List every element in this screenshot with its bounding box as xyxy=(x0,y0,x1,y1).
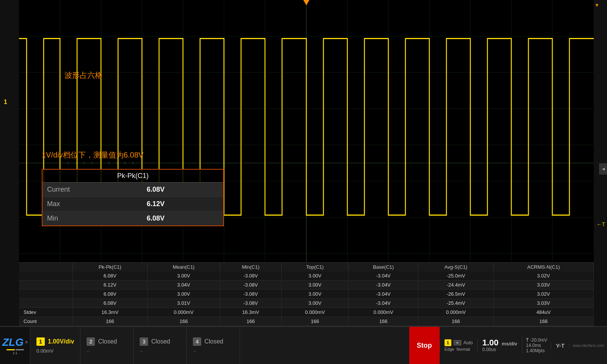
measurement-current-row: Current 6.08V xyxy=(43,183,223,197)
max-value: 6.12V xyxy=(88,197,223,211)
timebase-unit: ms/div xyxy=(501,341,517,347)
row2-min: -3.08V xyxy=(220,280,281,290)
row4-min: -3.08V xyxy=(220,299,281,308)
channel-2-badge: 2 xyxy=(87,337,95,346)
table-row: 6.08V 3.00V -3.08V 3.00V -3.04V -26.5mV … xyxy=(19,290,594,299)
row4-avgs: -25.4mV xyxy=(418,299,493,308)
watermark-text: www.elecfans.com xyxy=(572,344,604,348)
trigger-icon: ≡ xyxy=(454,340,461,345)
stdev-row: Stdev 16.3mV 0.000mV 16.3mV 0.000mV 0.00… xyxy=(19,308,594,317)
channel-3-dash: -- xyxy=(140,348,180,354)
count-4: 166 xyxy=(281,317,348,326)
row3-base: -3.04V xyxy=(348,290,418,299)
row2-pkpk: 6.12V xyxy=(73,280,147,290)
channel-2-block[interactable]: 2 Closed -- xyxy=(80,327,134,364)
table-row: 6.08V 3.01V -3.08V 3.00V -3.04V -25.4mV … xyxy=(19,299,594,308)
min-value: 6.08V xyxy=(88,211,223,225)
stdev-mean: 0.000mV xyxy=(147,308,220,317)
measurement-overlay-box: Pk-Pk(C1) Current 6.08V Max 6.12V Min 6.… xyxy=(42,169,224,226)
count-5: 166 xyxy=(348,317,418,326)
measurement-min-row: Min 6.08V xyxy=(43,211,223,225)
horizontal-info-block: T -20.0mV 14.0ms 1.40Mpts xyxy=(522,337,551,353)
col-header-acrms: ACRMS-N(C1) xyxy=(493,263,593,271)
annotation-waveform-six-grid: 波形占六格 xyxy=(65,70,102,80)
row1-min: -3.08V xyxy=(220,271,281,280)
timebase-value: 1.00 ms/div xyxy=(482,339,517,347)
channel-1-badge: 1 xyxy=(36,337,45,346)
trigger-block: 1 ≡ Auto Edge Normal xyxy=(440,339,478,351)
trigger-channel-badge: 1 xyxy=(445,339,451,346)
timebase-delay: 0.00us xyxy=(482,347,496,352)
row1-pkpk: 6.08V xyxy=(73,271,147,280)
measurement-table-area: Pk-Pk(C1) Mean(C1) Min(C1) Top(C1) Base(… xyxy=(19,262,594,326)
table-row: 6.12V 3.04V -3.08V 3.00V -3.04V -24.4mV … xyxy=(19,280,594,290)
row4-mean: 3.01V xyxy=(147,299,220,308)
col-header-min: Min(C1) xyxy=(220,263,281,271)
count-3: 166 xyxy=(220,317,281,326)
count-2: 166 xyxy=(147,317,220,326)
max-label: Max xyxy=(43,197,88,211)
top-trigger-marker: ▼ xyxy=(594,2,599,8)
control-bar: ZLG ® 1:1 1 1.00V/div 0.00mV 2 Closed --… xyxy=(0,326,607,364)
row4-top: 3.00V xyxy=(281,299,348,308)
row3-top: 3.00V xyxy=(281,290,348,299)
col-header-avgs: Avg-S(C1) xyxy=(418,263,493,271)
channel-4-block[interactable]: 4 Closed -- xyxy=(187,327,240,364)
current-label: Current xyxy=(43,183,88,197)
measurement-max-row: Max 6.12V xyxy=(43,197,223,211)
channel-3-block[interactable]: 3 Closed -- xyxy=(134,327,187,364)
row3-min: -3.08V xyxy=(220,290,281,299)
row2-mean: 3.04V xyxy=(147,280,220,290)
count-6: 166 xyxy=(418,317,493,326)
h-T-value: -20.0mV xyxy=(530,337,547,343)
yt-mode-block: Y-T xyxy=(551,342,569,349)
logo-text: ZLG xyxy=(2,336,24,348)
stdev-v6: 0.000mV xyxy=(418,308,493,317)
channel-1-vdiv: 1.00V/div xyxy=(48,338,74,345)
oscilloscope-display: 1 xyxy=(0,0,607,326)
channel-4-badge: 4 xyxy=(193,337,201,346)
row4-base: -3.04V xyxy=(348,299,418,308)
left-margin: 1 xyxy=(0,0,19,326)
row1-acrms: 3.02V xyxy=(493,271,593,280)
row1-label xyxy=(19,271,73,280)
h-val2: 14.0ms xyxy=(526,343,541,348)
col-header-empty xyxy=(19,263,73,271)
col-header-pkpk: Pk-Pk(C1) xyxy=(73,263,147,271)
row2-base: -3.04V xyxy=(348,280,418,290)
stdev-v5: 0.000mV xyxy=(348,308,418,317)
row1-mean: 3.00V xyxy=(147,271,220,280)
trigger-slope: Normal xyxy=(456,347,470,351)
logo-reg: ® xyxy=(25,340,28,344)
stdev-v4: 0.000mV xyxy=(281,308,348,317)
right-margin: ▼ ◄ ←T xyxy=(594,0,607,326)
table-row: 6.08V 3.00V -3.08V 3.00V -3.04V -25.0mV … xyxy=(19,271,594,280)
scroll-button[interactable]: ◄ xyxy=(599,163,607,175)
channel-2-closed-label: Closed xyxy=(98,338,117,345)
trigger-mode: Auto xyxy=(464,340,473,345)
scope-waveform-area: 波形占六格 1V/div档位下，测量值为6.08V Pk-Pk(C1) Curr… xyxy=(19,0,594,326)
row2-top: 3.00V xyxy=(281,280,348,290)
stdev-min: 16.3mV xyxy=(220,308,281,317)
measurement-overlay-header: Pk-Pk(C1) xyxy=(43,170,223,183)
channel-3-closed-label: Closed xyxy=(151,338,170,345)
measurement-table: Pk-Pk(C1) Mean(C1) Min(C1) Top(C1) Base(… xyxy=(19,263,594,326)
row3-pkpk: 6.08V xyxy=(73,290,147,299)
row2-avgs: -24.4mV xyxy=(418,280,493,290)
channel-1-indicator: 1 xyxy=(4,99,7,106)
row3-avgs: -26.5mV xyxy=(418,290,493,299)
trigger-arrow xyxy=(303,0,309,5)
current-value: 6.08V xyxy=(88,183,223,197)
h-val3: 1.40Mpts xyxy=(526,348,545,353)
stop-button[interactable]: Stop xyxy=(409,327,440,364)
channel-1-block[interactable]: 1 1.00V/div 0.00mV xyxy=(30,327,80,364)
stdev-label: Stdev xyxy=(19,308,73,317)
channel-4-dash: -- xyxy=(193,348,233,354)
right-controls-group: Stop 1 ≡ Auto Edge Normal 1.00 ms/div 0.… xyxy=(409,327,607,364)
row3-acrms: 3.02V xyxy=(493,290,593,299)
channel-3-badge: 3 xyxy=(140,337,148,346)
col-header-top: Top(C1) xyxy=(281,263,348,271)
stdev-pkpk: 16.3mV xyxy=(73,308,147,317)
row2-label xyxy=(19,280,73,290)
row3-mean: 3.00V xyxy=(147,290,220,299)
